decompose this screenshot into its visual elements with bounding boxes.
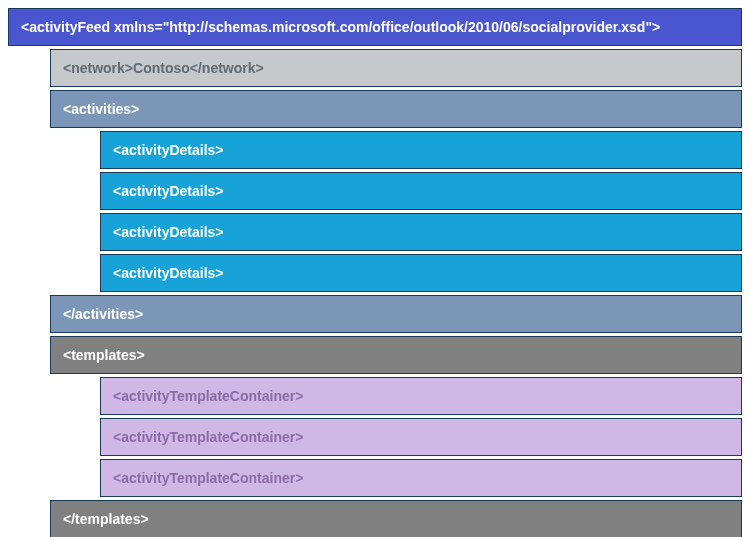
templates-close-tag: </templates> bbox=[50, 500, 742, 537]
activitytemplatecontainer-element: <activityTemplateContainer> bbox=[100, 418, 742, 456]
activitydetails-element: <activityDetails> bbox=[100, 213, 742, 251]
activityfeed-open-tag: <activityFeed xmlns="http://schemas.micr… bbox=[8, 8, 742, 46]
templates-open-tag: <templates> bbox=[50, 336, 742, 374]
activitytemplatecontainer-element: <activityTemplateContainer> bbox=[100, 377, 742, 415]
activities-close-tag: </activities> bbox=[50, 295, 742, 333]
activitydetails-element: <activityDetails> bbox=[100, 172, 742, 210]
network-element: <network>Contoso</network> bbox=[50, 49, 742, 87]
activitydetails-element: <activityDetails> bbox=[100, 131, 742, 169]
activities-open-tag: <activities> bbox=[50, 90, 742, 128]
activitytemplatecontainer-element: <activityTemplateContainer> bbox=[100, 459, 742, 497]
activitydetails-element: <activityDetails> bbox=[100, 254, 742, 292]
xml-structure-diagram: <activityFeed xmlns="http://schemas.micr… bbox=[8, 8, 742, 537]
